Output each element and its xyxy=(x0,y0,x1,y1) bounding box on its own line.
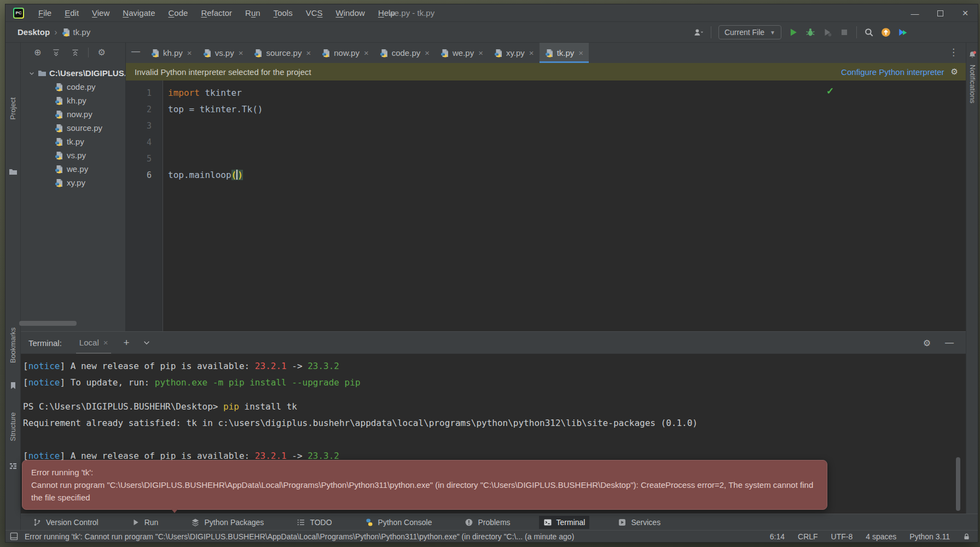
tool-button-services[interactable]: Services xyxy=(613,516,665,529)
project-file-source.py[interactable]: source.py xyxy=(21,121,125,135)
layout-icon[interactable] xyxy=(10,532,18,540)
caret-position[interactable]: 6:14 xyxy=(770,532,785,541)
menu-item-vcs[interactable]: VCS xyxy=(300,7,328,19)
configure-interpreter-link[interactable]: Configure Python interpreter xyxy=(841,67,944,77)
update-available-icon[interactable] xyxy=(881,27,891,37)
locate-file-icon[interactable]: ⊕ xyxy=(34,48,41,57)
editor-tab-vs.py[interactable]: vs.py× xyxy=(198,43,249,63)
tab-close-icon[interactable]: × xyxy=(187,48,192,57)
pycharm-window: PC FileEditViewNavigateCodeRefactorRunTo… xyxy=(5,4,978,542)
debug-button[interactable] xyxy=(805,27,815,37)
tab-close-icon[interactable]: × xyxy=(529,48,534,57)
tool-button-todo[interactable]: TODO xyxy=(292,516,336,529)
terminal-tab-local[interactable]: Local× xyxy=(76,332,112,354)
python-interpreter[interactable]: Python 3.11 xyxy=(909,532,950,541)
tool-button-python-console[interactable]: Python Console xyxy=(361,516,437,529)
bookmark-icon[interactable] xyxy=(9,381,18,390)
tool-button-python-packages[interactable]: Python Packages xyxy=(187,516,268,529)
project-file-kh.py[interactable]: kh.py xyxy=(21,94,125,107)
line-separator[interactable]: CRLF xyxy=(798,532,818,541)
bookmarks-stripe-button[interactable]: Bookmarks xyxy=(9,327,17,363)
run-configuration-select[interactable]: Current File▼ xyxy=(718,25,781,39)
inspections-ok-icon[interactable]: ✓ xyxy=(826,85,834,97)
menu-item-code[interactable]: Code xyxy=(163,7,194,19)
editor-tab-now.py[interactable]: now.py× xyxy=(316,43,374,63)
folder-icon[interactable] xyxy=(9,168,18,176)
banner-gear-icon[interactable]: ⚙ xyxy=(951,67,958,77)
menu-item-edit[interactable]: Edit xyxy=(59,7,84,19)
breadcrumb: Desktop › tk.py xyxy=(18,27,90,37)
tab-close-icon[interactable]: × xyxy=(478,48,483,57)
terminal-settings-gear-icon[interactable]: ⚙ xyxy=(923,338,931,348)
terminal-title: Terminal: xyxy=(28,338,62,348)
more-tabs-icon[interactable]: ⋮ xyxy=(949,47,958,58)
minimize-button[interactable]: — xyxy=(902,4,927,22)
collapse-all-icon[interactable] xyxy=(71,49,79,57)
editor-tab-kh.py[interactable]: kh.py× xyxy=(146,43,198,63)
editor-tab-source.py[interactable]: source.py× xyxy=(248,43,316,63)
tool-button-run[interactable]: Run xyxy=(127,516,163,529)
tab-close-icon[interactable]: × xyxy=(578,48,583,57)
menu-item-window[interactable]: Window xyxy=(330,7,370,19)
notifications-stripe-button[interactable]: Notifications xyxy=(969,65,977,103)
project-file-tk.py[interactable]: tk.py xyxy=(21,135,125,148)
project-root-node[interactable]: C:\Users\DIGIPLUS. xyxy=(21,66,125,80)
line-number: 5 xyxy=(126,151,163,167)
tool-button-problems[interactable]: Problems xyxy=(460,516,514,529)
indent-style[interactable]: 4 spaces xyxy=(866,532,896,541)
hide-panel-icon[interactable]: — xyxy=(129,47,146,60)
terminal-output[interactable]: [notice] A new release of pip is availab… xyxy=(21,354,966,464)
file-encoding[interactable]: UTF-8 xyxy=(831,532,853,541)
maximize-button[interactable] xyxy=(927,4,953,22)
close-button[interactable]: × xyxy=(953,4,978,22)
tab-close-icon[interactable]: × xyxy=(239,48,243,57)
run-with-coverage-button[interactable] xyxy=(822,27,832,37)
folder-icon xyxy=(38,69,47,78)
project-file-now.py[interactable]: now.py xyxy=(21,107,125,121)
code-editor[interactable]: 123456 import tkintertop = tkinter.Tk()t… xyxy=(126,80,966,331)
tool-button-version-control[interactable]: Version Control xyxy=(28,516,103,529)
editor-tab-xy.py[interactable]: xy.py× xyxy=(489,43,540,63)
code-with-me-icon[interactable] xyxy=(898,27,908,37)
project-file-we.py[interactable]: we.py xyxy=(21,162,125,176)
project-stripe-button[interactable]: Project xyxy=(9,97,17,119)
tab-close-icon[interactable]: × xyxy=(103,338,108,347)
menu-item-run[interactable]: Run xyxy=(240,7,266,19)
project-file-vs.py[interactable]: vs.py xyxy=(21,148,125,162)
menu-item-tools[interactable]: Tools xyxy=(268,7,298,19)
settings-gear-icon[interactable]: ⚙ xyxy=(97,48,105,57)
menu-item-navigate[interactable]: Navigate xyxy=(117,7,160,19)
tab-close-icon[interactable]: × xyxy=(306,48,311,57)
new-terminal-icon[interactable]: + xyxy=(123,337,129,349)
tab-close-icon[interactable]: × xyxy=(425,48,430,57)
tab-close-icon[interactable]: × xyxy=(364,48,369,57)
menu-item-refactor[interactable]: Refactor xyxy=(195,7,237,19)
status-message[interactable]: Error running 'tk': Cannot run program "… xyxy=(25,532,574,541)
stop-button[interactable] xyxy=(839,27,849,37)
notifications-bell-icon[interactable] xyxy=(968,50,977,59)
menu-item-file[interactable]: File xyxy=(33,7,57,19)
project-file-code.py[interactable]: code.py xyxy=(21,80,125,94)
tool-button-terminal[interactable]: Terminal xyxy=(539,516,590,529)
expand-all-icon[interactable] xyxy=(52,49,60,57)
breadcrumb-file[interactable]: tk.py xyxy=(62,27,91,37)
terminal-scrollbar[interactable] xyxy=(956,457,960,511)
structure-icon[interactable] xyxy=(9,462,18,470)
editor-tab-we.py[interactable]: we.py× xyxy=(435,43,489,63)
chevron-down-icon[interactable] xyxy=(143,339,150,347)
editor-tab-code.py[interactable]: code.py× xyxy=(374,43,435,63)
user-account-icon[interactable] xyxy=(694,27,704,37)
editor-tab-tk.py[interactable]: tk.py× xyxy=(540,43,589,63)
lock-icon[interactable] xyxy=(963,533,970,540)
project-file-xy.py[interactable]: xy.py xyxy=(21,176,125,189)
structure-stripe-button[interactable]: Structure xyxy=(9,412,17,441)
editor-code[interactable]: import tkintertop = tkinter.Tk()top.main… xyxy=(163,80,966,331)
error-notification-balloon[interactable]: Error running 'tk': Cannot run program "… xyxy=(22,460,827,510)
hide-terminal-icon[interactable]: — xyxy=(945,338,954,348)
breadcrumb-location[interactable]: Desktop xyxy=(18,27,50,37)
run-button[interactable] xyxy=(788,27,798,37)
search-everywhere-icon[interactable] xyxy=(864,27,874,37)
menu-item-view[interactable]: View xyxy=(86,7,115,19)
code-line xyxy=(168,151,966,167)
project-horizontal-scrollbar[interactable] xyxy=(19,321,77,326)
